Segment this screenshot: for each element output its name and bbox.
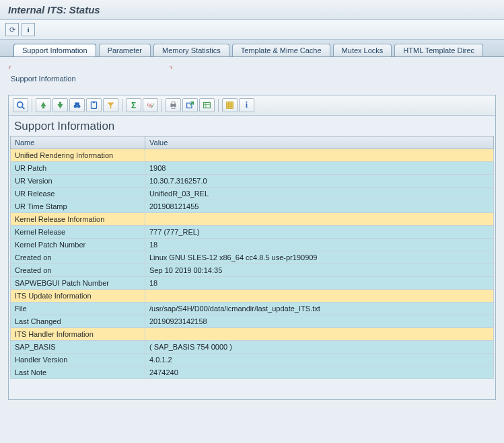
- tab-parameter[interactable]: Parameter: [99, 44, 151, 56]
- table-row[interactable]: Kernel Release Information: [11, 213, 494, 226]
- table-row[interactable]: UR Patch1908: [11, 162, 494, 175]
- grid-button[interactable]: [222, 98, 238, 112]
- cell-name: Kernel Release Information: [11, 213, 145, 226]
- cell-name: Kernel Patch Number: [11, 239, 145, 251]
- clipboard-icon: [89, 101, 98, 110]
- col-name[interactable]: Name: [11, 136, 145, 149]
- table-row[interactable]: UR Time Stamp201908121455: [11, 200, 494, 213]
- table-row[interactable]: Last Note2474240: [11, 366, 494, 379]
- cell-value: UnifiedR_03_REL: [145, 188, 494, 200]
- print-icon: [169, 101, 178, 110]
- col-value[interactable]: Value: [145, 136, 494, 149]
- svg-rect-10: [172, 102, 175, 104]
- section-label: Support Information: [8, 72, 496, 92]
- subtotal-icon: %⁄: [147, 102, 154, 109]
- export-icon: [186, 101, 194, 110]
- cell-name: ITS Update Information: [11, 290, 145, 303]
- table-row[interactable]: File/usr/sap/S4H/D00/data/icmandir/last_…: [11, 303, 494, 315]
- cell-name: SAPWEBGUI Patch Number: [11, 277, 145, 290]
- svg-rect-16: [227, 102, 233, 109]
- svg-rect-2: [42, 106, 44, 108]
- alv-toolbar: Σ %⁄ i: [9, 95, 495, 116]
- section-frame: ⌜ ⌝ Support Information Σ %⁄: [8, 65, 496, 400]
- print-button[interactable]: [36, 98, 51, 112]
- grid-icon: [225, 101, 234, 110]
- tab-memory-statistics[interactable]: Memory Statistics: [153, 44, 229, 56]
- table-row[interactable]: Kernel Patch Number18: [11, 239, 494, 251]
- cell-value: 4.0.1.2: [145, 354, 494, 366]
- cell-name: UR Time Stamp: [11, 200, 145, 213]
- table-row[interactable]: UR ReleaseUnifiedR_03_REL: [11, 188, 494, 200]
- cell-value: 201908121455: [145, 200, 494, 213]
- cell-value: 777 (777_REL): [145, 226, 494, 239]
- cell-name: Handler Version: [11, 354, 145, 366]
- content-area: ⌜ ⌝ Support Information Σ %⁄: [0, 57, 504, 408]
- sum-button[interactable]: Σ: [126, 98, 141, 112]
- cell-name: SAP_BASIS: [11, 341, 145, 354]
- cell-name: Last Changed: [11, 315, 145, 328]
- cell-name: Last Note: [11, 366, 145, 379]
- svg-rect-11: [172, 106, 175, 108]
- table-row[interactable]: UR Version10.30.7.316257.0: [11, 175, 494, 188]
- cell-value: [145, 213, 494, 226]
- tab-template-mime-cache[interactable]: Template & Mime Cache: [232, 44, 330, 56]
- email-button[interactable]: [199, 98, 215, 112]
- tab-mutex-locks[interactable]: Mutex Locks: [333, 44, 392, 56]
- export-button[interactable]: [182, 98, 198, 112]
- cell-name: Kernel Release: [11, 226, 145, 239]
- titlebar: Internal ITS: Status: [0, 0, 504, 20]
- table-row[interactable]: ITS Update Information: [11, 290, 494, 303]
- svg-rect-3: [59, 102, 61, 104]
- frame-corner-icon: ⌝: [169, 65, 173, 75]
- table-row[interactable]: Unified Rendering Information: [11, 149, 494, 162]
- filter-button[interactable]: [103, 98, 118, 112]
- toolbar-separator: [122, 99, 122, 112]
- svg-rect-8: [93, 102, 95, 103]
- details-icon: [16, 101, 25, 110]
- table-row[interactable]: Handler Version4.0.1.2: [11, 354, 494, 366]
- cell-name: UR Patch: [11, 162, 145, 175]
- info-icon: i: [246, 100, 248, 110]
- cell-name: UR Release: [11, 188, 145, 200]
- cell-value: [145, 328, 494, 341]
- info-button[interactable]: i: [239, 98, 254, 112]
- svg-point-0: [17, 102, 23, 108]
- toolbar-separator: [161, 99, 162, 112]
- tab-support-information[interactable]: Support Information: [13, 44, 96, 56]
- table-row[interactable]: ITS Handler Information: [11, 328, 494, 341]
- table-row[interactable]: Created onLinux GNU SLES-12 x86_64 cc4.8…: [11, 251, 494, 264]
- sort-button[interactable]: [52, 98, 68, 112]
- spreadsheet-icon: [203, 101, 211, 110]
- layout-button[interactable]: [166, 98, 181, 112]
- svg-rect-13: [204, 102, 211, 108]
- table-row[interactable]: Created onSep 10 2019 00:14:35: [11, 264, 494, 277]
- cell-value: 18: [145, 239, 494, 251]
- cell-name: Created on: [11, 251, 145, 264]
- table-row[interactable]: Last Changed20190923142158: [11, 315, 494, 328]
- info-button[interactable]: i: [22, 23, 35, 36]
- cell-value: [145, 149, 494, 162]
- table-row[interactable]: SAP_BASIS( SAP_BASIS 754 0000 ): [11, 341, 494, 354]
- cell-value: 18: [145, 277, 494, 290]
- refresh-button[interactable]: ⟳: [5, 23, 19, 36]
- subtotal-button[interactable]: %⁄: [143, 98, 158, 112]
- table-row[interactable]: SAPWEBGUI Patch Number18: [11, 277, 494, 290]
- cell-value: 2474240: [145, 366, 494, 379]
- svg-rect-6: [75, 102, 79, 105]
- find-button[interactable]: [69, 98, 85, 112]
- alv-panel: Σ %⁄ i Support Information Name Value: [8, 95, 496, 400]
- sigma-icon: Σ: [131, 101, 136, 110]
- support-info-table: Name Value Unified Rendering Information…: [10, 136, 494, 379]
- toolbar-separator: [218, 99, 219, 112]
- cell-value: Sep 10 2019 00:14:35: [145, 264, 494, 277]
- cell-name: UR Version: [11, 175, 145, 188]
- cell-value: 1908: [145, 162, 494, 175]
- paste-button[interactable]: [86, 98, 102, 112]
- details-button[interactable]: [13, 98, 28, 112]
- cell-name: File: [11, 303, 145, 315]
- cell-name: Unified Rendering Information: [11, 149, 145, 162]
- sort-asc-icon: [39, 101, 48, 110]
- table-row[interactable]: Kernel Release777 (777_REL): [11, 226, 494, 239]
- frame-corner-icon: ⌜: [8, 65, 12, 75]
- tab-html-template-dir[interactable]: HTML Template Direc: [394, 44, 483, 56]
